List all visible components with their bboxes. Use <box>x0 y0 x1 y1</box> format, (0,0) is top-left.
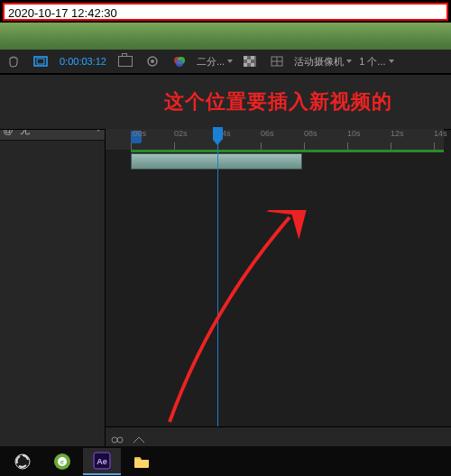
annotation-banner: 这个位置要插入新视频的 <box>106 75 451 130</box>
toggle-switches-icon[interactable] <box>111 432 124 444</box>
timecode-display[interactable]: 0:00:03:12 <box>54 51 112 71</box>
svg-text:Ae: Ae <box>97 457 107 466</box>
work-area-bar[interactable] <box>131 150 444 152</box>
snapshot-icon[interactable] <box>115 51 135 71</box>
chevron-down-icon <box>227 60 233 63</box>
after-effects-window: 0:00:03:12 二分... 活动摄像机 1 个... <box>0 50 451 446</box>
ruler-tick: 02s <box>174 129 188 138</box>
comp-toolbar: 0:00:03:12 二分... 活动摄像机 1 个... <box>0 50 451 74</box>
taskbar-app-2[interactable]: e <box>43 449 81 474</box>
svg-text:e: e <box>60 459 64 465</box>
ruler-tick: 10s <box>347 129 361 138</box>
camera-view-dropdown[interactable]: 活动摄像机 <box>290 51 355 71</box>
annotation-text: 这个位置要插入新视频的 <box>164 88 392 115</box>
svg-point-6 <box>176 60 183 67</box>
ruler-tick: 14s <box>434 129 447 138</box>
ruler-tick: 06s <box>261 129 274 138</box>
layer-panel-empty <box>0 141 105 448</box>
views-count-label: 1 个... <box>359 55 385 69</box>
timeline-bottom-bar <box>106 426 451 448</box>
tracks-area[interactable] <box>106 150 444 427</box>
taskbar-app-explorer[interactable] <box>123 449 161 474</box>
chevron-down-icon <box>346 60 352 63</box>
svg-rect-9 <box>251 56 254 60</box>
svg-rect-10 <box>247 60 251 63</box>
transparency-grid-icon[interactable] <box>240 51 260 71</box>
resolution-label: 二分... <box>197 55 225 69</box>
chevron-down-icon <box>389 60 394 63</box>
layer-panel: 父级和链接 @ 无 <box>0 75 106 448</box>
svg-point-23 <box>117 437 123 443</box>
timeline-area: 父级和链接 @ 无 这个位置要插入新视频的 :00s02s04s06s08s10… <box>0 74 451 448</box>
ruler-tick: :00s <box>131 129 146 138</box>
ruler-tick: 08s <box>304 129 318 138</box>
playhead-handle[interactable] <box>213 127 223 140</box>
taskbar-app-1[interactable] <box>4 449 41 474</box>
camera-view-label: 活动摄像机 <box>294 55 344 69</box>
svg-point-3 <box>151 60 154 63</box>
taskbar-app-ae[interactable]: Ae <box>83 448 121 475</box>
svg-rect-8 <box>244 56 247 60</box>
zoom-slider-icon[interactable] <box>133 432 145 444</box>
guides-icon[interactable] <box>267 51 287 71</box>
svg-rect-12 <box>251 63 254 67</box>
video-clip[interactable] <box>131 153 302 169</box>
time-ruler[interactable]: :00s02s04s06s08s10s12s14s <box>106 129 444 151</box>
svg-point-22 <box>112 437 117 443</box>
playhead[interactable] <box>217 129 218 427</box>
views-count-dropdown[interactable]: 1 个... <box>355 51 397 71</box>
show-snapshot-icon[interactable] <box>143 51 162 71</box>
svg-rect-11 <box>244 63 247 67</box>
ruler-tick: 12s <box>391 129 404 138</box>
svg-rect-1 <box>37 59 44 64</box>
channels-icon[interactable] <box>170 51 189 71</box>
timeline-tracks-panel: 这个位置要插入新视频的 :00s02s04s06s08s10s12s14s <box>106 75 451 448</box>
region-icon[interactable] <box>31 51 51 71</box>
hand-icon[interactable] <box>4 51 23 71</box>
windows-taskbar: e Ae <box>0 446 451 476</box>
resolution-dropdown[interactable]: 二分... <box>193 51 236 71</box>
datetime-bar: 2020-10-17 12:42:30 <box>3 3 448 21</box>
